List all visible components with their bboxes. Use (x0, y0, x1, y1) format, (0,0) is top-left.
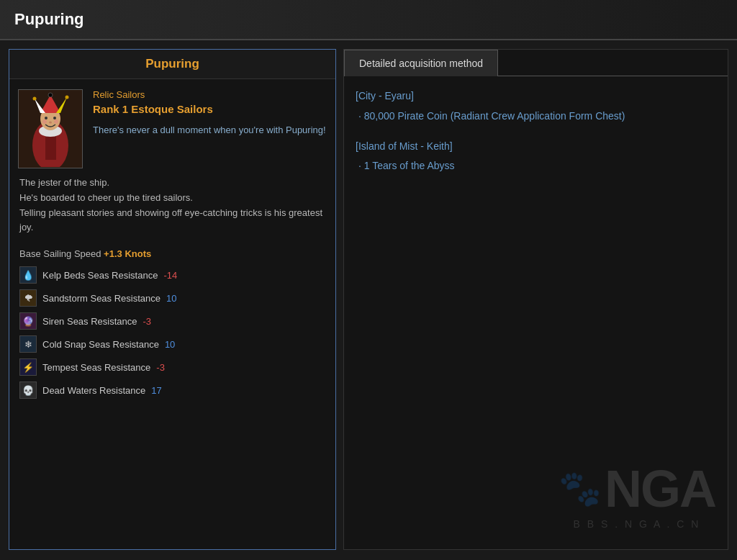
svg-point-12 (53, 117, 56, 119)
left-panel: Pupuring (9, 49, 336, 550)
description-section: The jester of the ship.He's boarded to c… (9, 176, 335, 243)
character-quote: There's never a dull moment when you're … (93, 124, 326, 137)
svg-point-9 (32, 96, 36, 100)
stat-name: Cold Snap Seas Resistance (42, 339, 159, 350)
nga-url: B B S . N G A . C N (574, 518, 701, 530)
stat-icon-2: 🔮 (19, 312, 37, 330)
svg-point-14 (54, 119, 58, 124)
stat-icon-4: ⚡ (19, 358, 37, 376)
svg-point-11 (45, 117, 48, 119)
stat-row: ⚡ Tempest Seas Resistance -3 (19, 358, 325, 376)
acquisition-content: [City - Eyaru]· 80,000 Pirate Coin (Radi… (344, 76, 728, 199)
stat-icon-1: 🌪 (19, 289, 37, 307)
stat-name: Tempest Seas Resistance (42, 362, 150, 373)
stat-name: Sandstorm Seas Resistance (42, 293, 160, 304)
nga-logo: NGA (605, 463, 715, 515)
svg-point-15 (49, 121, 52, 123)
stat-value: -3 (143, 316, 152, 327)
location-header: [City - Eyaru] (356, 88, 716, 105)
relic-label: Relic Sailors (93, 89, 326, 100)
rank-label: Rank 1 Estoque Sailors (93, 103, 326, 115)
acquisition-block: [City - Eyaru]· 80,000 Pirate Coin (Radi… (356, 88, 716, 125)
stats-section: Base Sailing Speed +1.3 Knots 💧 Kelp Bed… (9, 243, 335, 415)
character-info: Relic Sailors Rank 1 Estoque Sailors The… (93, 89, 326, 137)
stat-row: 🌪 Sandstorm Seas Resistance 10 (19, 289, 325, 307)
stat-icon-5: 💀 (19, 381, 37, 399)
sailing-speed-value: +1.3 Knots (104, 248, 151, 259)
stat-row: 💀 Dead Waters Resistance 17 (19, 381, 325, 399)
stat-value: -3 (156, 362, 165, 373)
svg-point-10 (65, 95, 68, 99)
stat-name: Siren Seas Resistance (42, 316, 137, 327)
description-text: The jester of the ship.He's boarded to c… (19, 176, 325, 235)
title-bar: Pupuring (0, 0, 737, 40)
location-header: [Island of Mist - Keith] (356, 138, 716, 155)
nga-paw-icon: 🐾 (559, 469, 602, 509)
left-panel-title: Pupuring (9, 50, 335, 79)
stat-name: Dead Waters Resistance (42, 385, 145, 396)
page-title: Pupuring (14, 10, 84, 29)
tab-bar: Detailed acquisition method (344, 50, 728, 76)
stat-rows-container: 💧 Kelp Beds Seas Resistance -14 🌪 Sandst… (19, 266, 325, 399)
nga-watermark: 🐾 NGA B B S . N G A . C N (559, 463, 715, 530)
stat-icon-0: 💧 (19, 266, 37, 284)
stat-value: -14 (163, 270, 177, 281)
sailing-speed: Base Sailing Speed +1.3 Knots (19, 248, 325, 259)
svg-point-13 (42, 119, 47, 124)
acquisition-block: [Island of Mist - Keith]· 1 Tears of the… (356, 138, 716, 176)
stat-value: 10 (166, 293, 176, 304)
character-image (18, 89, 83, 168)
character-section: Relic Sailors Rank 1 Estoque Sailors The… (9, 79, 335, 176)
location-item: · 1 Tears of the Abyss (356, 158, 716, 175)
sailing-speed-label: Base Sailing Speed (19, 248, 101, 259)
acquisition-tab[interactable]: Detailed acquisition method (344, 50, 498, 76)
stat-name: Kelp Beds Seas Resistance (42, 270, 158, 281)
stat-row: ❄ Cold Snap Seas Resistance 10 (19, 335, 325, 353)
stat-value: 10 (165, 339, 175, 350)
stat-row: 💧 Kelp Beds Seas Resistance -14 (19, 266, 325, 284)
stat-icon-3: ❄ (19, 335, 37, 353)
stat-value: 17 (151, 385, 161, 396)
location-item: · 80,000 Pirate Coin (Radiant Crew Appli… (356, 108, 716, 125)
main-content: Pupuring (0, 40, 737, 559)
svg-point-8 (48, 93, 53, 97)
stat-row: 🔮 Siren Seas Resistance -3 (19, 312, 325, 330)
